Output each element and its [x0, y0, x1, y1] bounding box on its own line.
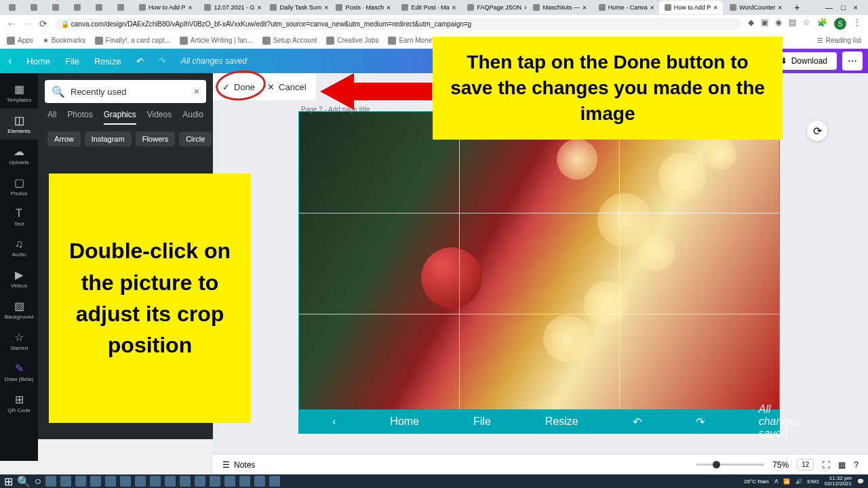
clock-date[interactable]: 02/12/2021 — [825, 481, 852, 487]
page-count[interactable]: 12 — [797, 459, 814, 470]
taskbar-app[interactable] — [165, 476, 176, 487]
reading-list[interactable]: ☰Reading list — [817, 37, 861, 44]
tab[interactable] — [112, 1, 132, 14]
undo-icon[interactable]: ↶ — [136, 56, 144, 66]
close-icon[interactable]: × — [324, 4, 328, 12]
tab[interactable]: 12.07.2021 - G× — [199, 1, 263, 14]
maximize-icon[interactable]: □ — [841, 3, 846, 12]
minimize-icon[interactable]: — — [825, 3, 833, 12]
sidebar-background[interactable]: ▨Background — [0, 294, 38, 325]
tab[interactable]: How to Add P× — [134, 1, 197, 14]
tab[interactable]: FAQPage JSON× — [462, 1, 526, 14]
taskbar-app[interactable] — [45, 476, 56, 487]
file-menu[interactable]: File — [65, 56, 79, 66]
sidebar-photos[interactable]: ▢Photos — [0, 171, 38, 202]
close-icon[interactable]: × — [650, 4, 654, 12]
cancel-button[interactable]: ✕Cancel — [267, 82, 306, 92]
close-icon[interactable]: × — [452, 4, 456, 12]
zoom-value[interactable]: 75% — [772, 460, 789, 470]
clear-icon[interactable]: × — [194, 86, 199, 97]
new-tab-button[interactable]: + — [789, 2, 805, 13]
tab[interactable] — [90, 1, 111, 14]
sidebar-videos[interactable]: ▶Videos — [0, 263, 38, 294]
tab[interactable]: Home - Canva× — [593, 1, 658, 14]
taskbar-app[interactable] — [210, 476, 220, 487]
taskbar-app[interactable] — [224, 476, 235, 487]
tab[interactable]: Daily Task Sum× — [264, 1, 329, 14]
star-icon[interactable]: ☆ — [803, 18, 810, 30]
tab[interactable] — [25, 1, 45, 14]
sidebar-qr[interactable]: ⊞QR Code — [0, 388, 38, 419]
close-icon[interactable]: × — [778, 4, 783, 12]
volume-icon[interactable]: 🔊 — [795, 479, 802, 485]
bookmark[interactable]: Finally!, a card capt... — [95, 37, 170, 45]
sidebar-uploads[interactable]: ☁Uploads — [0, 140, 38, 171]
sidebar-text[interactable]: TText — [0, 202, 38, 232]
extension-icon[interactable]: ▤ — [789, 18, 796, 30]
sidebar-elements[interactable]: ◫Elements — [0, 108, 38, 140]
extensions-icon[interactable]: 🧩 — [817, 18, 827, 30]
sidebar-draw[interactable]: ✎Draw (Beta) — [0, 357, 38, 388]
chip-instagram[interactable]: Instagram — [85, 131, 132, 146]
chip-arrow[interactable]: Arrow — [47, 131, 81, 146]
tab[interactable]: Posts · Masch× — [330, 1, 395, 14]
grid-view-icon[interactable]: ▦ — [838, 460, 846, 470]
language[interactable]: ENG — [808, 479, 819, 485]
taskbar-app[interactable] — [150, 476, 161, 487]
sidebar-audio[interactable]: ♫Audio — [0, 232, 38, 263]
close-icon[interactable]: × — [583, 4, 587, 12]
back-icon[interactable]: ‹ — [8, 55, 12, 67]
menu-icon[interactable]: ⋮ — [853, 18, 861, 30]
sidebar-templates[interactable]: ▦Templates — [0, 77, 38, 108]
tab-photos[interactable]: Photos — [67, 110, 92, 125]
fullscreen-icon[interactable]: ⛶ — [822, 460, 830, 470]
start-icon[interactable]: ⊞ — [4, 475, 13, 488]
more-button[interactable]: ⋯ — [842, 52, 863, 70]
bookmark[interactable]: ★Bookmarks — [43, 37, 85, 44]
taskbar-app[interactable] — [135, 476, 146, 487]
extension-icon[interactable]: ◉ — [775, 18, 782, 30]
tab[interactable]: WordCounter× — [724, 1, 787, 14]
close-icon[interactable]: × — [854, 3, 858, 12]
tab-active[interactable]: How to Add P× — [659, 1, 723, 14]
bookmark[interactable]: Setup Account — [262, 37, 317, 45]
taskbar-app[interactable] — [254, 476, 265, 487]
profile-avatar[interactable]: S — [834, 18, 846, 30]
taskbar-app[interactable] — [180, 476, 191, 487]
taskbar-app[interactable] — [105, 476, 116, 487]
taskbar-app[interactable] — [90, 476, 101, 487]
resize-menu[interactable]: Resize — [94, 56, 121, 66]
tab-videos[interactable]: Videos — [147, 110, 172, 125]
search-input[interactable]: 🔍 Recently used × — [45, 80, 206, 103]
taskbar-app[interactable] — [195, 476, 205, 487]
tab[interactable] — [68, 1, 89, 14]
tab-all[interactable]: All — [47, 110, 56, 125]
taskbar-app[interactable] — [120, 476, 131, 487]
bookmark[interactable]: Creative Jobs — [326, 37, 378, 45]
chip-flowers[interactable]: Flowers — [136, 131, 176, 146]
bookmark-apps[interactable]: Apps — [7, 37, 33, 45]
crop-image[interactable] — [298, 111, 780, 416]
close-icon[interactable]: × — [257, 4, 261, 12]
slider-thumb[interactable] — [713, 461, 720, 468]
tab[interactable] — [47, 1, 67, 14]
tray-icon[interactable]: ᐱ — [774, 479, 778, 485]
bookmark[interactable]: Article Writing | fan... — [180, 37, 253, 45]
search-icon[interactable]: 🔍 — [17, 475, 31, 488]
taskbar-app[interactable] — [269, 476, 280, 487]
home-button[interactable]: Home — [26, 56, 50, 66]
notes-button[interactable]: ☰Notes — [222, 460, 255, 470]
refresh-button[interactable]: ⟳ — [807, 121, 827, 141]
tab[interactable] — [3, 1, 24, 14]
close-icon[interactable]: × — [387, 4, 391, 12]
forward-icon[interactable]: → — [23, 18, 33, 29]
sidebar-starred[interactable]: ☆Starred — [0, 325, 38, 357]
taskbar-app[interactable] — [75, 476, 86, 487]
redo-icon[interactable]: ↷ — [159, 56, 166, 66]
notifications-icon[interactable]: 💬 — [857, 479, 864, 485]
chip-circle[interactable]: Circle — [179, 131, 212, 146]
url-input[interactable]: 🔒 canva.com/design/DAExZchlB80/vApIhV0Bz… — [54, 18, 741, 30]
extension-icon[interactable]: ◆ — [748, 18, 754, 30]
reload-icon[interactable]: ⟳ — [39, 18, 47, 29]
tab[interactable]: Maschituts —× — [528, 1, 591, 14]
